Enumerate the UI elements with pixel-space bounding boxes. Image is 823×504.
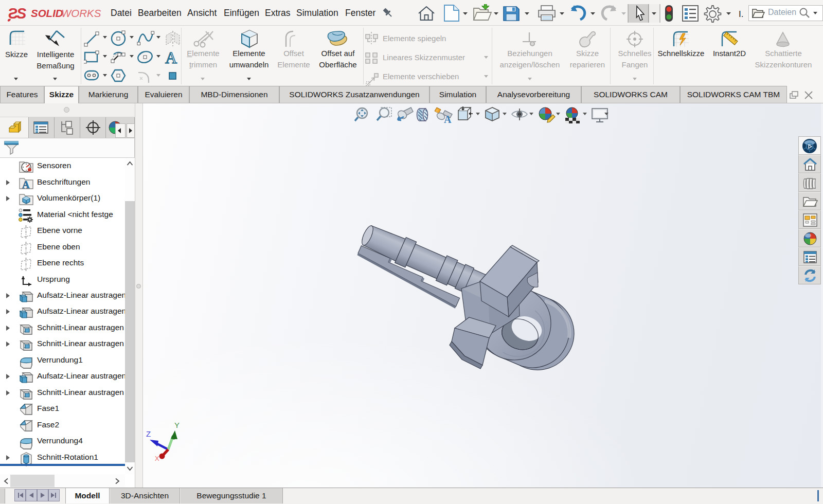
svg-text:A: A — [444, 114, 452, 124]
svg-text:X: X — [155, 455, 159, 462]
svg-text:A: A — [22, 179, 30, 190]
svg-text:S: S — [16, 5, 27, 22]
svg-text:A: A — [165, 48, 177, 67]
svg-text:SOLID: SOLID — [31, 7, 63, 19]
svg-text:WORKS: WORKS — [61, 7, 101, 19]
svg-text:Y: Y — [174, 421, 180, 429]
svg-text:I.: I. — [739, 9, 743, 19]
svg-text:Z: Z — [146, 429, 151, 438]
